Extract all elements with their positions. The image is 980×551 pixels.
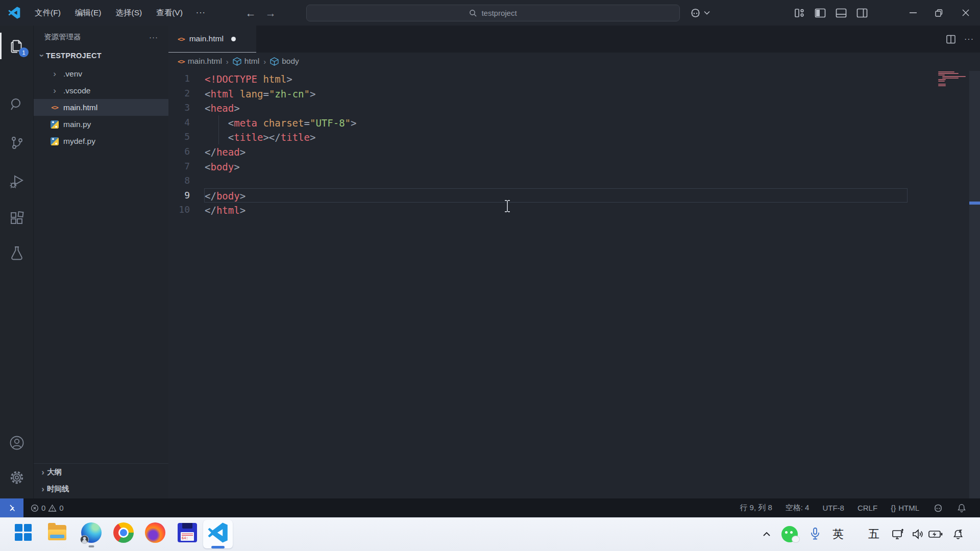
notifications-bell-icon[interactable] <box>950 503 973 513</box>
code-line[interactable]: 7<body> <box>168 159 980 174</box>
unsaved-dot-icon[interactable] <box>231 37 236 41</box>
explorer-icon[interactable]: 1 <box>0 32 34 60</box>
testing-icon[interactable] <box>0 239 34 267</box>
code-line[interactable]: 1<!DOCTYPE html> <box>168 71 980 86</box>
indent-guide <box>218 115 219 144</box>
file-row[interactable]: ›.vscode <box>34 82 168 99</box>
chevron-down-icon: › <box>37 52 47 60</box>
indent-setting[interactable]: 空格: 4 <box>779 503 816 513</box>
code-line[interactable]: 4 <meta charset="UTF-8"> <box>168 115 980 130</box>
outline-section[interactable]: › 大纲 <box>34 464 168 481</box>
source-control-icon[interactable] <box>0 129 34 157</box>
file-row[interactable]: main.py <box>34 116 168 133</box>
customize-layout-icon[interactable] <box>794 8 805 18</box>
notification-dnd-bell-icon[interactable] <box>952 517 965 551</box>
chrome-icon[interactable] <box>113 522 134 543</box>
volume-icon[interactable] <box>911 517 924 551</box>
breadcrumb-body[interactable]: body <box>270 57 299 66</box>
code-line[interactable]: 5 <title></title> <box>168 130 980 144</box>
file-row[interactable]: <>main.html <box>34 99 168 116</box>
start-button[interactable] <box>13 522 34 543</box>
python-file-icon <box>50 120 59 129</box>
vscode-active-indicator <box>211 546 225 548</box>
menu-item[interactable]: 选择(S) <box>108 5 149 21</box>
toggle-panel-icon[interactable] <box>836 8 847 18</box>
minimap[interactable] <box>938 71 967 87</box>
explorer-sidebar: 资源管理器 ··· › TESTPROJECT ›.venv›.vscode<>… <box>34 26 168 498</box>
line-content: <head> <box>204 101 908 115</box>
minimap-line <box>938 73 959 74</box>
warning-icon <box>48 504 57 512</box>
code-line[interactable]: 10</html> <box>168 203 980 217</box>
split-editor-icon[interactable] <box>946 34 956 44</box>
command-center-search[interactable]: testproject <box>306 5 680 21</box>
search-view-icon[interactable] <box>0 90 34 119</box>
ime-language-indicator[interactable]: 英 <box>832 517 844 551</box>
code-line[interactable]: 2<html lang="zh-cn"> <box>168 86 980 101</box>
minimize-button[interactable] <box>900 0 926 26</box>
breadcrumb-file[interactable]: <> main.html <box>178 57 222 66</box>
html-file-icon: <> <box>178 35 185 43</box>
encoding[interactable]: UTF-8 <box>816 504 851 512</box>
account-icon[interactable] <box>0 429 34 457</box>
menu-more-button[interactable]: ··· <box>190 5 212 20</box>
wechat-tray-icon[interactable] <box>781 517 798 551</box>
code-line[interactable]: 9</body> <box>168 188 980 203</box>
language-mode[interactable]: {}HTML <box>884 504 926 512</box>
vscode-taskbar-icon[interactable] <box>208 522 228 543</box>
line-content: <title></title> <box>204 130 908 144</box>
close-button[interactable] <box>951 0 980 26</box>
timeline-section[interactable]: › 时间线 <box>34 481 168 497</box>
line-content: <html lang="zh-cn"> <box>204 86 908 101</box>
toggle-secondary-sidebar-icon[interactable] <box>856 8 868 18</box>
activity-bar: 1 <box>0 26 34 498</box>
settings-gear-icon[interactable] <box>0 463 34 492</box>
firefox-icon[interactable] <box>145 522 165 543</box>
code-line[interactable]: 6</head> <box>168 144 980 159</box>
code-line[interactable]: 3<head> <box>168 101 980 115</box>
code-line[interactable]: 8 <box>168 173 980 188</box>
run-debug-icon[interactable] <box>0 167 34 195</box>
html-file-icon: <> <box>178 58 185 65</box>
scrollbar[interactable] <box>969 71 980 498</box>
line-number: 10 <box>168 203 204 217</box>
remote-indicator[interactable] <box>0 498 23 517</box>
back-button[interactable]: ← <box>246 8 256 18</box>
forward-button[interactable]: → <box>265 8 276 18</box>
copilot-status-icon[interactable] <box>926 503 950 514</box>
project-root-row[interactable]: › TESTPROJECT <box>34 48 168 63</box>
restore-button[interactable] <box>926 0 951 26</box>
minimap-line <box>938 81 945 82</box>
edge-icon[interactable] <box>81 522 102 543</box>
file-row[interactable]: ›.venv <box>34 65 168 82</box>
line-number: 4 <box>168 115 204 130</box>
display-device-icon[interactable] <box>891 517 905 551</box>
tray-chevron-icon[interactable] <box>762 517 772 551</box>
battery-icon[interactable] <box>928 517 943 551</box>
menu-item[interactable]: 编辑(E) <box>68 5 109 21</box>
menu-item[interactable]: 查看(V) <box>149 5 190 21</box>
more-actions-button[interactable]: ··· <box>964 35 974 44</box>
extensions-icon[interactable] <box>0 204 34 233</box>
sidebar-title: 资源管理器 <box>44 32 81 42</box>
cursor-position[interactable]: 行 9, 列 8 <box>733 503 778 513</box>
code-editor[interactable]: 1<!DOCTYPE html>2<html lang="zh-cn">3<he… <box>168 70 980 498</box>
explorer-badge: 1 <box>19 47 29 57</box>
eol-setting[interactable]: CRLF <box>851 504 884 512</box>
explorer-actions-button[interactable]: ··· <box>149 33 158 41</box>
microphone-tray-icon[interactable] <box>809 517 821 551</box>
ime-mode-indicator[interactable]: 五 <box>868 517 879 551</box>
menu-item[interactable]: 文件(F) <box>28 5 68 21</box>
floppy-app-icon[interactable]: 64: <box>177 522 198 543</box>
copilot-menu[interactable] <box>689 0 710 26</box>
file-explorer-icon[interactable] <box>47 522 67 543</box>
problems-indicator[interactable]: 0 0 <box>31 504 64 512</box>
file-row[interactable]: mydef.py <box>34 133 168 149</box>
html-file-icon: <> <box>50 104 59 111</box>
toggle-sidebar-icon[interactable] <box>815 8 826 18</box>
breadcrumb-html[interactable]: html <box>233 57 259 66</box>
tab-main-html[interactable]: <> main.html <box>168 26 256 53</box>
file-name: main.py <box>63 120 91 129</box>
vscode-logo-icon <box>8 7 20 19</box>
current-line-marker <box>969 202 980 205</box>
